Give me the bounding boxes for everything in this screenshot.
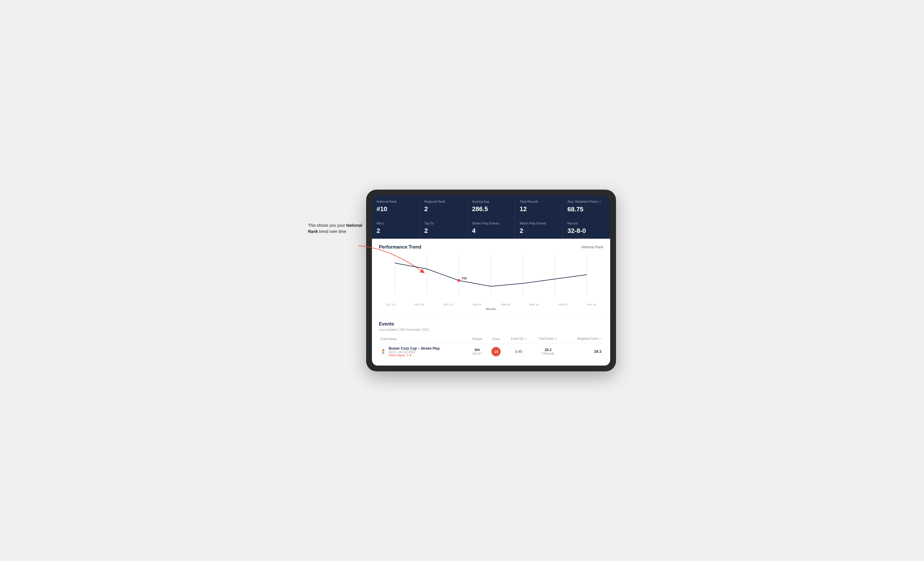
col-event-sg: Event SG ⓘ [505,335,532,344]
annotation: This shows you your National Rank trend … [308,223,366,235]
chart-axis-title: Months [379,307,603,311]
event-name-cell: 🏌️ Buster Cozy Cup – Stroke Play Oct 9 -… [379,343,468,360]
x-label-nov23: NOV 23 [411,303,428,306]
stat-label-stroke-play: Stroke Play Events [472,221,510,225]
event-date: Oct 9 - Oct 10, 2023 [389,350,440,354]
col-event-name: Event Name [379,335,468,344]
golf-icon: 🏌️ [381,348,387,355]
event-score: -22 [487,343,505,360]
sg-value: 0.45 [507,350,531,354]
stat-label-national-rank: National Rank [376,199,415,203]
stat-label-record: Record [567,221,606,225]
x-label-jan24: JAN 24 [468,303,486,306]
stat-value-stroke-play: 4 [472,227,510,235]
stat-value-total-rounds: 12 [520,205,558,213]
stat-top3s: Top 3s 2 [420,217,467,239]
tablet-screen: National Rank #10 Regional Rank 2 Scorin… [372,195,610,366]
stats-row1: National Rank #10 Regional Rank 2 Scorin… [372,195,610,217]
stat-label-total-rounds: Total Rounds [520,199,558,203]
chart-header: Performance Trend National Rank [379,244,603,250]
tablet-frame: National Rank #10 Regional Rank 2 Scorin… [366,190,616,371]
x-label-mar24: MAR 24 [525,303,543,306]
stat-value-scoring-avg: 286.5 [472,205,510,213]
events-title: Events [379,322,603,327]
rank-impact: Rank Impact: 3 ▼ [389,354,440,357]
events-header: Events [379,322,603,327]
chart-title: Performance Trend [379,244,422,250]
stat-value-avg-weighted: 68.75 [567,206,606,213]
col-total-points: Total Points ⓘ [532,335,564,344]
stat-label-match-play: Match Play Events [520,221,558,225]
annotation-text: This shows you your National Rank trend … [308,223,362,234]
stat-value-national-rank: #10 [376,205,415,213]
chart-svg: #10 [379,254,603,301]
stat-wins: Wins 2 [372,217,419,239]
position-value: 6th [469,348,485,352]
total-points-cell: 28.3 3 Rounds [532,343,564,360]
stat-label-scoring-avg: Scoring Avg. [472,199,510,203]
events-table: Event Name Position Score Event SG ⓘ Tot… [379,335,603,360]
x-label-apr24: APR 24 [554,303,572,306]
svg-text:#10: #10 [462,277,467,280]
score-badge: -22 [491,347,501,356]
svg-point-7 [458,279,460,282]
stat-label-avg-weighted: Avg. Weighted Points ⓘ [567,199,606,204]
stat-scoring-avg: Scoring Avg. 286.5 [467,195,514,217]
col-weighted-points: Weighted Points ⓘ [563,335,603,344]
stat-stroke-play: Stroke Play Events 4 [467,217,514,239]
stat-label-regional-rank: Regional Rank [424,199,462,203]
x-label-oct23: OCT 23 [382,303,399,306]
stat-value-wins: 2 [376,227,415,235]
page-wrapper: This shows you your National Rank trend … [308,188,616,373]
rounds-label: 3 Rounds [534,352,562,355]
events-section: Events Last updated: 24th November 2023 … [372,316,610,366]
stat-value-regional-rank: 2 [424,205,462,213]
weighted-points-value: 28.3 [565,349,602,354]
stat-avg-weighted-points: Avg. Weighted Points ⓘ 68.75 [563,195,610,217]
x-label-dec23: DEC 23 [440,303,457,306]
stat-label-top3s: Top 3s [424,221,462,225]
stat-value-match-play: 2 [520,227,558,235]
stat-total-rounds: Total Rounds 12 [515,195,562,217]
chart-area: #10 [379,254,603,301]
col-score: Score [487,335,505,344]
rank-impact-arrow: ▼ [409,354,412,357]
chart-x-labels: OCT 23 NOV 23 DEC 23 JAN 24 FEB 24 MAR 2… [379,303,603,306]
chart-label: National Rank [581,245,603,249]
x-label-may24: MAY 24 [583,303,600,306]
stat-regional-rank: Regional Rank 2 [420,195,467,217]
position-total: out of 7 [469,352,485,355]
table-header-row: Event Name Position Score Event SG ⓘ Tot… [379,335,603,344]
chart-section: Performance Trend National Rank [372,239,610,316]
total-points-value: 28.3 [534,348,562,352]
stat-record: Record 32-8-0 [563,217,610,239]
stat-match-play: Match Play Events 2 [515,217,562,239]
stat-value-record: 32-8-0 [567,227,606,235]
col-position: Position [468,335,487,344]
events-last-updated: Last updated: 24th November 2023 [379,328,603,331]
x-label-feb24: FEB 24 [496,303,514,306]
stat-value-top3s: 2 [424,227,462,235]
event-position: 6th out of 7 [468,343,487,360]
event-name: Buster Cozy Cup – Stroke Play [389,346,440,350]
stat-label-wins: Wins [376,221,415,225]
weighted-points-cell: 28.3 [563,343,603,360]
event-sg: 0.45 [505,343,532,360]
stat-national-rank: National Rank #10 [372,195,419,217]
table-row: 🏌️ Buster Cozy Cup – Stroke Play Oct 9 -… [379,343,603,360]
